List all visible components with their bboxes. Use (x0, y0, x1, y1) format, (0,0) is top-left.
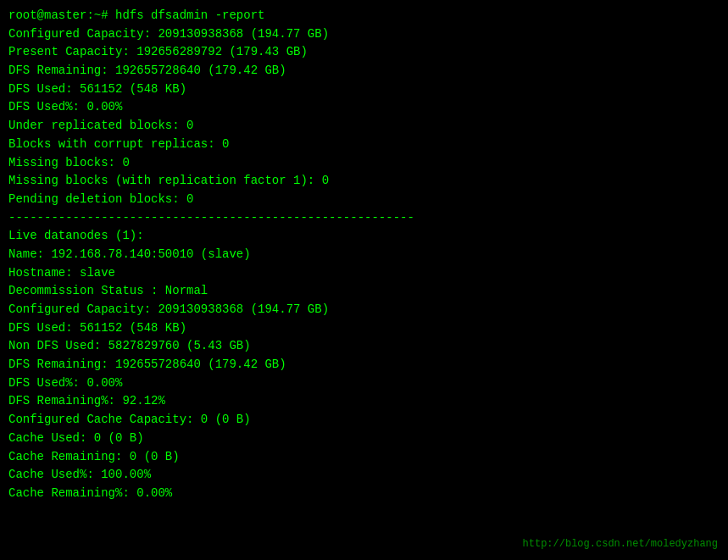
terminal-line-live-datanodes: Live datanodes (1): (8, 227, 720, 246)
terminal-line-cache-used-pct: Cache Used%: 100.00% (8, 466, 720, 485)
terminal-line-decommission-status: Decommission Status : Normal (8, 282, 720, 301)
terminal-window: root@master:~# hdfs dfsadmin -reportConf… (0, 0, 728, 560)
terminal-line-dfs-remaining-2: DFS Remaining: 192655728640 (179.42 GB) (8, 356, 720, 374)
terminal-line-dfs-remaining-pct: DFS Remaining%: 92.12% (8, 392, 720, 411)
terminal-line-missing-blocks: Missing blocks: 0 (8, 154, 720, 173)
watermark: http://blog.csdn.net/moledyzhang (523, 538, 718, 550)
terminal-line-present-capacity: Present Capacity: 192656289792 (179.43 G… (8, 43, 720, 62)
terminal-line-pending-deletion: Pending deletion blocks: 0 (8, 191, 720, 209)
terminal-line-configured-capacity: Configured Capacity: 209130938368 (194.7… (8, 25, 720, 44)
terminal-line-hostname: Hostname: slave (8, 264, 720, 283)
terminal-line-separator: ----------------------------------------… (8, 209, 720, 228)
terminal-line-corrupt-replicas: Blocks with corrupt replicas: 0 (8, 136, 720, 154)
terminal-line-configured-capacity-2: Configured Capacity: 209130938368 (194.7… (8, 301, 720, 319)
terminal-line-dfs-used-pct: DFS Used%: 0.00% (8, 98, 720, 117)
terminal-line-cache-used: Cache Used: 0 (0 B) (8, 430, 720, 448)
terminal-line-missing-blocks-factor: Missing blocks (with replication factor … (8, 172, 720, 191)
terminal-line-under-replicated: Under replicated blocks: 0 (8, 117, 720, 136)
terminal-line-dfs-remaining: DFS Remaining: 192655728640 (179.42 GB) (8, 62, 720, 80)
terminal-line-non-dfs-used: Non DFS Used: 5827829760 (5.43 GB) (8, 337, 720, 356)
terminal-line-prompt: root@master:~# hdfs dfsadmin -report (8, 7, 720, 25)
terminal-line-dfs-used-2: DFS Used: 561152 (548 KB) (8, 319, 720, 338)
terminal-line-dfs-used: DFS Used: 561152 (548 KB) (8, 80, 720, 99)
terminal-line-configured-cache: Configured Cache Capacity: 0 (0 B) (8, 411, 720, 430)
terminal-line-cache-remaining: Cache Remaining: 0 (0 B) (8, 448, 720, 467)
terminal-line-name: Name: 192.168.78.140:50010 (slave) (8, 246, 720, 264)
terminal-line-cache-remaining-pct: Cache Remaining%: 0.00% (8, 485, 720, 503)
terminal-line-dfs-used-pct-2: DFS Used%: 0.00% (8, 374, 720, 393)
